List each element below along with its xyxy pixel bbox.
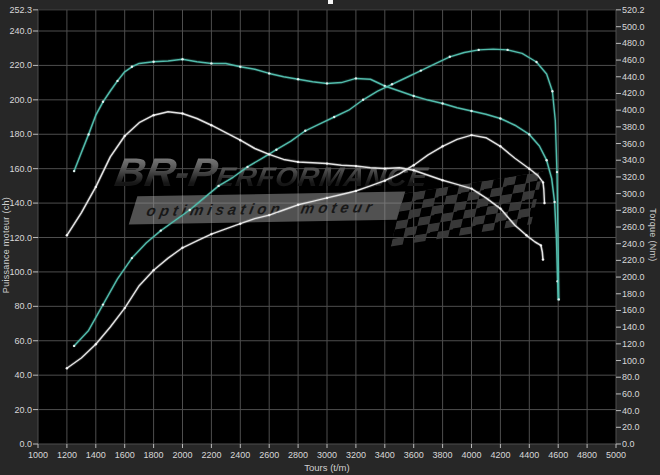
x-axis-label: Tours (t/m) [227,462,427,473]
curves-layer [0,0,660,475]
dyno-chart: 1000120014001600180020002200240026002800… [0,0,660,475]
y-axis-label-left: Puissance moteur (ch) [1,175,11,315]
y-axis-label-right: Torque (Nm) [648,165,658,305]
curve-line-torque-tuned [74,59,558,299]
curve-torque-tuned [73,58,559,300]
